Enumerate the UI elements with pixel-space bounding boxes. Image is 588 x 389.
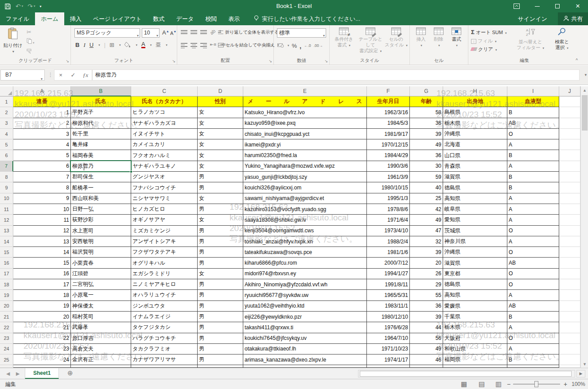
page-break-view-icon[interactable]: ▥ [495,381,502,388]
cell[interactable]: 福沢賢明 [71,247,131,258]
cell[interactable]: 1991/8/11 [367,279,410,290]
cell[interactable]: harumi02350@fned.la [243,150,367,161]
tab-formulas[interactable]: 数式 [148,12,171,25]
row-header-24[interactable]: 24 [0,344,13,354]
cell[interactable]: イナムラエイジ [131,312,198,322]
ribbon-display-options-icon[interactable] [506,0,527,12]
cell[interactable]: イヌイチサト [131,129,198,139]
cell[interactable]: O [507,333,559,344]
cell[interactable]: A [507,290,559,300]
row-header-17[interactable]: 17 [0,269,13,279]
header-cell[interactable]: メールアドレス [243,96,367,107]
scroll-down-icon[interactable]: ▼ [581,360,588,368]
row-header-7[interactable]: 7 [0,161,13,172]
normal-view-icon[interactable]: ▦ [461,381,467,388]
decrease-font-size-icon[interactable]: A▼ [170,30,176,36]
cell[interactable] [559,150,580,161]
cell[interactable]: 25 [410,193,443,204]
cell[interactable]: 柳原雪乃 [71,161,131,172]
cell[interactable]: 西山咲和美 [71,193,131,204]
merge-center-button[interactable]: セルを結合して中央揃え▾ [218,42,279,48]
cell[interactable]: 49 [410,139,443,150]
cell[interactable]: 小原竜一 [71,290,131,300]
cell[interactable]: AB [507,118,559,129]
cell[interactable]: O [507,247,559,258]
cell[interactable]: 滋賀県 [443,172,507,182]
cell[interactable] [559,301,580,312]
cell[interactable]: yuuta1062@veihthyio.ktd [243,301,367,312]
column-header-C[interactable]: C [131,86,198,96]
decrease-decimal-icon[interactable]: .00→ [314,43,323,48]
cell[interactable]: 36 [410,150,443,161]
cell[interactable]: グンジヤスオ [131,172,198,182]
cell[interactable]: ikamei@pxdr.yi [243,139,367,150]
cell[interactable]: 山口県 [443,150,507,161]
cell[interactable]: 42 [410,204,443,215]
row-header-2[interactable]: 2 [0,107,13,118]
row-header-14[interactable]: 14 [0,236,13,247]
tell-me-box[interactable]: 実行したい作業を入力してください... [253,12,360,25]
column-header-E[interactable]: E [243,86,367,96]
align-right-icon[interactable] [200,42,207,49]
cell[interactable] [559,312,580,322]
cell[interactable] [559,354,580,365]
cell[interactable]: ミズカミケンジ [131,226,198,236]
cell[interactable]: AB [507,258,559,268]
row-header-25[interactable]: 25 [0,354,13,365]
autosum-button[interactable]: Σ オート SUM ▾ [471,29,506,36]
cell[interactable]: 17 [13,279,71,290]
number-dialog-launcher-icon[interactable]: ↘ [324,59,328,63]
row-header-4[interactable]: 4 [0,129,13,139]
align-top-icon[interactable] [181,29,187,35]
cell[interactable]: 1980/12/10 [367,312,410,322]
cell[interactable]: 滋賀県 [443,258,507,268]
format-painter-icon[interactable] [27,48,35,56]
cell[interactable]: 女 [198,129,243,139]
alignment-dialog-launcher-icon[interactable]: ↘ [269,59,272,63]
row-header-9[interactable]: 9 [0,182,13,193]
cell[interactable]: 女 [198,215,243,225]
bold-button[interactable]: B [75,42,79,48]
cancel-icon[interactable]: × [55,72,67,78]
cell[interactable] [559,215,580,225]
percent-style-icon[interactable]: % [292,42,297,49]
cell[interactable]: 和歌山県 [443,344,507,354]
cell[interactable]: AB [507,301,559,312]
cell[interactable]: 北海道 [443,139,507,150]
cell[interactable]: 32 [410,236,443,247]
cell[interactable] [559,182,580,193]
cell[interactable]: 男 [198,290,243,300]
cell[interactable]: 26 [410,269,443,279]
cell[interactable]: 7 [13,172,71,182]
find-select-button[interactable]: 検索と選択 ▾ [548,27,576,51]
column-header-J[interactable]: J [559,86,580,96]
cell[interactable] [559,247,580,258]
cell[interactable] [559,269,580,279]
tab-data[interactable]: データ [171,12,200,25]
row-header-1[interactable]: 1 [0,96,13,107]
cell[interactable]: B [507,182,559,193]
vertical-scroll-thumb[interactable] [582,95,588,131]
cell[interactable]: オグリキハル [131,258,198,268]
column-header-B[interactable]: B [71,86,131,96]
row-header-3[interactable]: 3 [0,118,13,129]
cell[interactable] [559,96,580,107]
cell[interactable]: 男 [198,344,243,354]
cell[interactable]: chisato_inui@kcpgpuad.yct [243,129,367,139]
row-header-10[interactable]: 10 [0,193,13,204]
cell[interactable]: 二宮明弘 [71,279,131,290]
row-header-16[interactable]: 16 [0,258,13,268]
select-all-corner[interactable] [0,86,13,96]
tab-page-layout[interactable]: ページ レイアウト [87,12,148,25]
cell[interactable]: 22 [13,333,71,344]
cell[interactable]: 40 [410,182,443,193]
cell[interactable]: saaya18308@shbkc.gw.lv [243,215,367,225]
share-button[interactable]: 共有 [558,12,588,25]
cell[interactable]: 20 [13,312,71,322]
insert-cells-button[interactable]: 挿入▾ [413,27,429,48]
cell[interactable]: 55 [410,290,443,300]
cell[interactable]: エガシラミドリ [131,269,198,279]
conditional-formatting-button[interactable]: 条件付き書式 ▾ [331,27,357,48]
next-sheet-icon[interactable]: ▶ [16,368,19,379]
header-cell[interactable]: 連番 [13,96,71,107]
